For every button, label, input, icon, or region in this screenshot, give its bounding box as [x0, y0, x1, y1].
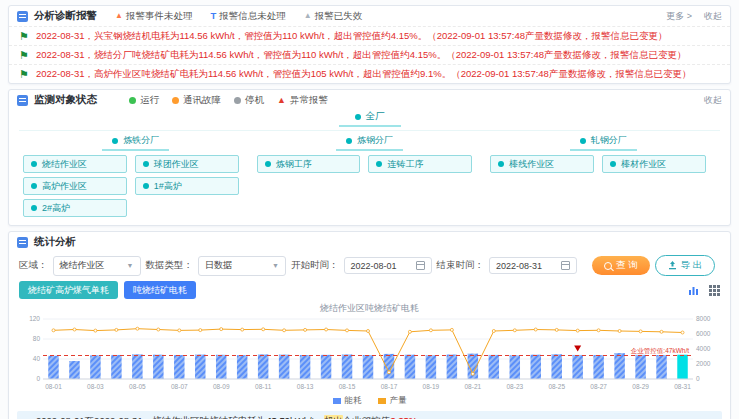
monitor-collapse-link[interactable]: 收起 [704, 94, 722, 107]
start-date-input[interactable]: 2022-08-01 [344, 257, 432, 274]
monitor-node[interactable]: 1#高炉 [135, 177, 239, 195]
datatype-select[interactable]: 日数据 ▼ [198, 256, 286, 276]
calendar-icon [561, 261, 570, 270]
alarm-row[interactable]: ⚑ 2022-08-31，兴宝钢烧结机电耗为114.56 kWh/t，管控值为1… [9, 26, 730, 45]
tab-bf-gas-unit-consumption[interactable]: 烧结矿高炉煤气单耗 [19, 281, 118, 299]
region-select[interactable]: 烧结作业区 ▼ [53, 256, 141, 276]
output-swatch [378, 398, 386, 404]
metric-tabs: 烧结矿高炉煤气单耗 吨烧结矿电耗 [9, 278, 730, 301]
search-icon [604, 262, 612, 270]
legend-comm-fault: 通讯故障 [172, 94, 221, 107]
monitor-node[interactable]: 2#高炉 [23, 199, 127, 217]
export-icon [668, 261, 677, 270]
svg-text:08-17: 08-17 [381, 383, 398, 390]
monitor-group-node[interactable]: 轧钢分厂 [570, 134, 637, 151]
monitor-groups: 炼铁分厂烧结作业区球团作业区高炉作业区1#高炉2#高炉炼钢分厂炼钢工序连铸工序轧… [19, 130, 720, 219]
monitor-node[interactable]: 高炉作业区 [23, 177, 127, 195]
svg-text:120: 120 [29, 315, 40, 322]
monitor-root-row: 全厂 [19, 110, 720, 130]
monitor-group-node[interactable]: 炼铁分厂 [102, 134, 169, 151]
running-status-dot [129, 97, 136, 104]
alarm-panel: 分析诊断报警 ▲ 报警事件未处理 T 报警信息未处理 ▲ 报警已失效 更多 > … [8, 5, 731, 84]
svg-text:08-05: 08-05 [129, 383, 146, 390]
legend-energy[interactable]: 能耗 [333, 395, 362, 407]
monitor-icon [17, 95, 28, 106]
analysis-notes: 2022-08-01至2022-08-31，烧结作业区吨烧结矿电耗为48.59k… [17, 411, 722, 419]
monitor-node-plant[interactable]: 全厂 [339, 110, 401, 127]
comm-fault-status-dot [172, 97, 179, 104]
svg-text:4000: 4000 [696, 345, 711, 352]
svg-text:08-03: 08-03 [87, 383, 104, 390]
datatype-value: 日数据 [205, 259, 232, 272]
svg-text:40: 40 [33, 355, 41, 362]
svg-text:08-15: 08-15 [339, 383, 356, 390]
svg-text:2000: 2000 [696, 360, 711, 367]
stats-panel-header: 统计分析 [9, 232, 730, 252]
monitor-panel-title: 监测对象状态 [34, 93, 97, 107]
status-dot [610, 161, 616, 167]
tab-sinter-electricity[interactable]: 吨烧结矿电耗 [124, 281, 196, 299]
legend-running: 运行 [129, 94, 159, 107]
stats-filters: 区域： 烧结作业区 ▼ 数据类型： 日数据 ▼ 开始时间： 2022-08-01… [9, 252, 730, 278]
status-dot [376, 161, 382, 167]
status-dot [265, 161, 271, 167]
alarm-row[interactable]: ⚑ 2022-08-31，高炉作业区吨烧结矿电耗为114.56 kWh/t，管控… [9, 64, 730, 83]
legend-output[interactable]: 产量 [378, 395, 407, 407]
region-label: 区域： [19, 259, 48, 272]
alarm-collapse-link[interactable]: 收起 [704, 10, 722, 23]
svg-text:08-11: 08-11 [255, 383, 272, 390]
chart-view-icon[interactable] [688, 285, 699, 296]
svg-text:08-31: 08-31 [674, 383, 691, 390]
svg-text:0: 0 [696, 375, 700, 382]
table-view-icon[interactable] [709, 285, 720, 296]
status-dot [355, 114, 361, 120]
filter-label: 报警事件未处理 [126, 10, 193, 23]
alarm-text: 2022-08-31，烧结分厂吨烧结矿电耗为114.56 kWh/t，管控值为1… [36, 49, 687, 62]
svg-text:08-23: 08-23 [506, 383, 523, 390]
end-date-input[interactable]: 2022-08-31 [489, 257, 577, 274]
svg-text:08-09: 08-09 [213, 383, 230, 390]
info-icon: T [210, 11, 216, 21]
status-dot [31, 161, 37, 167]
filter-alarm-info-unhandled[interactable]: T 报警信息未处理 [210, 10, 285, 23]
monitor-group: 轧钢分厂棒线作业区棒材作业区 [486, 134, 720, 219]
export-button[interactable]: 导 出 [655, 255, 716, 276]
warning-triangle-icon: ▲ [115, 12, 123, 20]
status-dot [346, 138, 352, 144]
energy-consumption-chart: 0408012002000400060008000企业管控值:47kWh/t08… [17, 315, 719, 391]
status-legend: 运行 通讯故障 停机 ▲ 异常报警 [129, 94, 328, 107]
monitor-node[interactable]: 炼钢工序 [257, 155, 361, 173]
status-dot [31, 183, 37, 189]
monitor-node[interactable]: 连铸工序 [368, 155, 472, 173]
legend-label: 停机 [245, 94, 264, 107]
chart-area: 烧结作业区吨烧结矿电耗 0408012002000400060008000企业管… [9, 301, 730, 409]
flag-icon: ⚑ [19, 69, 29, 80]
status-dot [31, 205, 37, 211]
svg-text:8000: 8000 [696, 315, 711, 322]
alarm-text: 2022-08-31，兴宝钢烧结机电耗为114.56 kWh/t，管控值为110… [36, 30, 668, 43]
filter-alarm-events-unhandled[interactable]: ▲ 报警事件未处理 [115, 10, 192, 23]
expired-warning-icon: ▲ [304, 12, 312, 20]
report-icon [17, 11, 28, 22]
monitor-group-node[interactable]: 炼钢分厂 [336, 134, 403, 151]
search-button[interactable]: 查 询 [592, 256, 650, 275]
filter-label: 报警信息未处理 [219, 10, 286, 23]
svg-text:08-01: 08-01 [45, 383, 62, 390]
svg-text:08-25: 08-25 [548, 383, 565, 390]
monitor-node[interactable]: 烧结作业区 [23, 155, 127, 173]
filter-alarm-expired[interactable]: ▲ 报警已失效 [304, 10, 362, 23]
monitor-node[interactable]: 球团作业区 [135, 155, 239, 173]
legend-label: 通讯故障 [183, 94, 221, 107]
alarm-row[interactable]: ⚑ 2022-08-31，烧结分厂吨烧结矿电耗为114.56 kWh/t，管控值… [9, 45, 730, 64]
status-dot [112, 138, 118, 144]
legend-label: 能耗 [345, 395, 362, 407]
stopped-status-dot [234, 97, 241, 104]
status-dot [498, 161, 504, 167]
monitor-node[interactable]: 棒材作业区 [602, 155, 706, 173]
note-text: 2022-08-01至2022-08-31，烧结作业区吨烧结矿电耗为48.59k… [36, 415, 427, 419]
monitor-node[interactable]: 棒线作业区 [490, 155, 594, 173]
chevron-down-icon: ▼ [272, 262, 279, 269]
monitor-panel-header: 监测对象状态 运行 通讯故障 停机 ▲ 异常报警 [9, 90, 730, 110]
more-link[interactable]: 更多 > [666, 10, 692, 23]
page: 分析诊断报警 ▲ 报警事件未处理 T 报警信息未处理 ▲ 报警已失效 更多 > … [0, 0, 739, 419]
